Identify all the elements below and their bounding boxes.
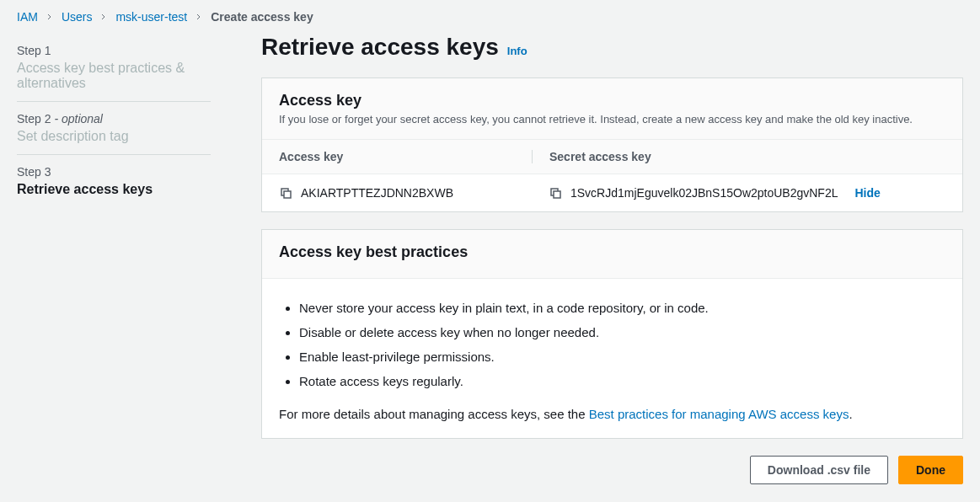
copy-icon[interactable] [549, 186, 562, 200]
chevron-right-icon [195, 13, 202, 20]
access-key-value: AKIARTPTTEZJDNN2BXWB [301, 186, 453, 200]
step-title: Set description tag [17, 129, 211, 144]
wizard-step-3[interactable]: Step 3 Retrieve access keys [17, 155, 211, 207]
panel-description: If you lose or forget your secret access… [279, 113, 945, 125]
svg-rect-1 [284, 191, 291, 198]
breadcrumb-user-detail[interactable]: msk-user-test [115, 10, 187, 24]
wizard-step-1[interactable]: Step 1 Access key best practices & alter… [17, 34, 211, 102]
main-content: Retrieve access keys Info Access key If … [228, 34, 980, 502]
panel-title: Access key [279, 92, 945, 109]
wizard-step-2[interactable]: Step 2 - optional Set description tag [17, 102, 211, 155]
list-item: Rotate access keys regularly. [299, 369, 945, 393]
step-label: Step 2 - optional [17, 112, 211, 125]
table-row: AKIARTPTTEZJDNN2BXWB 1SvcRJd1mjEguvelk02… [262, 174, 962, 211]
action-buttons: Download .csv file Done [261, 456, 963, 484]
secret-key-column-header: Secret access key [532, 150, 945, 163]
page-title: Retrieve access keys [261, 34, 499, 61]
breadcrumb-iam[interactable]: IAM [17, 10, 38, 24]
best-practices-list: Never store your access key in plain tex… [279, 296, 945, 393]
secret-key-value: 1SvcRJd1mjEguvelk02JBnS15Ow2ptoUB2gvNF2L [570, 186, 838, 200]
list-item: Enable least-privilege permissions. [299, 344, 945, 369]
docs-link[interactable]: Best practices for managing AWS access k… [589, 407, 849, 421]
breadcrumb-current: Create access key [211, 10, 313, 24]
done-button[interactable]: Done [898, 456, 963, 484]
download-csv-button[interactable]: Download .csv file [750, 456, 888, 484]
access-key-panel: Access key If you lose or forget your se… [261, 77, 963, 212]
copy-icon[interactable] [279, 186, 292, 200]
access-key-column-header: Access key [279, 150, 532, 163]
step-title: Access key best practices & alternatives [17, 61, 211, 91]
svg-rect-3 [554, 191, 560, 198]
best-practices-panel: Access key best practices Never store yo… [261, 229, 963, 439]
step-label: Step 1 [17, 44, 211, 57]
step-label: Step 3 [17, 165, 211, 179]
panel-title: Access key best practices [279, 243, 945, 261]
more-details-text: For more details about managing access k… [279, 407, 945, 421]
step-title: Retrieve access keys [17, 182, 211, 197]
breadcrumb-users[interactable]: Users [62, 10, 93, 24]
list-item: Disable or delete access key when no lon… [299, 320, 945, 344]
hide-secret-button[interactable]: Hide [855, 186, 881, 200]
wizard-steps-sidebar: Step 1 Access key best practices & alter… [0, 34, 228, 502]
chevron-right-icon [46, 13, 53, 20]
info-link[interactable]: Info [507, 45, 527, 57]
list-item: Never store your access key in plain tex… [299, 296, 945, 320]
breadcrumb: IAM Users msk-user-test Create access ke… [0, 0, 980, 34]
chevron-right-icon [100, 13, 107, 20]
